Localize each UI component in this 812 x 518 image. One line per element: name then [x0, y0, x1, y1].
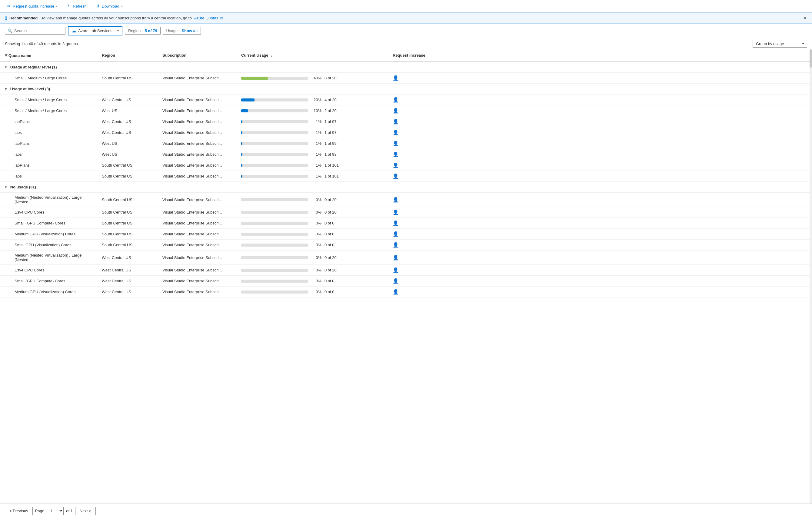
request-increase-icon[interactable]: 👤 [393, 152, 399, 157]
group-collapse-icon-0[interactable]: ▾ [5, 65, 7, 69]
quota-name-cell: labPlans [0, 138, 97, 149]
usage-cell: 20% 4 of 20 [236, 94, 388, 106]
group-collapse-icon-1[interactable]: ▾ [5, 87, 7, 91]
request-increase-icon[interactable]: 👤 [393, 130, 399, 135]
usage-filter-label: Usage : [166, 28, 180, 33]
region-cell: South Central US [97, 171, 157, 182]
request-increase-cell: 👤 [388, 207, 812, 218]
service-dropdown[interactable]: ☁ Azure Lab Services ▾ [68, 26, 122, 35]
progress-bar-bg [241, 280, 308, 283]
info-bar-close-button[interactable]: ✕ [803, 15, 807, 21]
scrollbar-thumb[interactable] [810, 49, 812, 67]
usage-cell: 1% 1 of 101 [236, 160, 388, 171]
region-filter-pill[interactable]: Region : 5 of 79 [125, 27, 161, 34]
search-icon: 🔍 [7, 28, 12, 33]
request-increase-icon[interactable]: 👤 [393, 221, 399, 226]
subscription-cell: Visual Studio Enterprise Subscri... [157, 251, 236, 265]
progress-bar-fill [241, 77, 268, 80]
content-area: ▾ Quota name Region Subscription Current… [0, 49, 812, 518]
usage-cell: 0% 0 of 0 [236, 218, 388, 229]
col-header-current-usage[interactable]: Current Usage ↓ [236, 49, 388, 61]
quota-name-cell: labs [0, 127, 97, 138]
table-row: Small GPU (Visualization) Cores South Ce… [0, 240, 812, 251]
progress-bar-fill [241, 153, 242, 156]
page-select[interactable]: 1 [47, 507, 64, 515]
request-increase-icon[interactable]: 👤 [393, 210, 399, 215]
request-increase-cell: 👤 [388, 94, 812, 106]
progress-count: 2 of 20 [324, 109, 343, 113]
region-cell: West Central US [97, 116, 157, 127]
progress-count: 0 of 20 [324, 268, 343, 272]
azure-quotas-link[interactable]: Azure Quotas. ⧉ [194, 16, 223, 21]
request-increase-icon[interactable]: 👤 [393, 231, 399, 237]
region-header-text: Region [102, 53, 115, 58]
usage-filter-pill[interactable]: Usage : Show all [163, 27, 201, 34]
request-increase-icon[interactable]: 👤 [393, 278, 399, 284]
previous-button[interactable]: < Previous [5, 507, 33, 515]
table-row: labs West US Visual Studio Enterprise Su… [0, 149, 812, 160]
progress-count: 8 of 20 [324, 76, 343, 80]
region-filter-value: 5 of 79 [145, 28, 157, 33]
request-quota-btn[interactable]: ✏ Request quota increase ▾ [5, 2, 60, 10]
collapse-all-icon[interactable]: ▾ [5, 53, 7, 58]
table-row: Small (GPU Compute) Cores West Central U… [0, 276, 812, 287]
group-by-label: Group by usage [756, 41, 784, 46]
progress-bar-fill [241, 131, 242, 134]
subscription-cell: Visual Studio Enterprise Subscri... [157, 160, 236, 171]
request-increase-icon[interactable]: 👤 [393, 242, 399, 248]
usage-cell: 1% 1 of 97 [236, 127, 388, 138]
request-increase-icon[interactable]: 👤 [393, 119, 399, 124]
table-row: labs South Central US Visual Studio Ente… [0, 171, 812, 182]
subscription-cell: Visual Studio Enterprise Subscri... [157, 116, 236, 127]
request-increase-icon[interactable]: 👤 [393, 108, 399, 113]
search-input[interactable] [14, 28, 57, 33]
group-label-1: Usage at low level (8) [10, 87, 50, 91]
request-increase-icon[interactable]: 👤 [393, 255, 399, 260]
scrollbar-track[interactable] [810, 49, 812, 503]
quota-name-cell: Small (GPU Compute) Cores [0, 276, 97, 287]
request-increase-icon[interactable]: 👤 [393, 289, 399, 294]
pencil-icon: ✏ [7, 4, 11, 8]
group-by-chevron-icon: ▾ [802, 42, 804, 46]
progress-count: 1 of 101 [324, 163, 343, 168]
group-collapse-icon-2[interactable]: ▾ [5, 185, 7, 189]
subscription-cell: Visual Studio Enterprise Subscri... [157, 287, 236, 297]
request-increase-header-text: Request Increase [393, 53, 426, 58]
table-row: labPlans West Central US Visual Studio E… [0, 116, 812, 127]
request-increase-cell: 👤 [388, 287, 812, 297]
col-header-quota-name: ▾ Quota name [0, 49, 97, 61]
usage-cell: 0% 0 of 0 [236, 287, 388, 297]
request-increase-icon[interactable]: 👤 [393, 97, 399, 103]
request-increase-cell: 👤 [388, 160, 812, 171]
table-container: ▾ Quota name Region Subscription Current… [0, 49, 812, 503]
toolbar: ✏ Request quota increase ▾ ↻ Refresh ⬇ D… [0, 0, 812, 12]
request-increase-icon[interactable]: 👤 [393, 76, 399, 81]
progress-count: 0 of 0 [324, 279, 343, 283]
service-dropdown-chevron-icon: ▾ [117, 29, 119, 32]
service-dropdown-label: Azure Lab Services [78, 28, 112, 33]
request-increase-icon[interactable]: 👤 [393, 197, 399, 202]
subscription-cell: Visual Studio Enterprise Subscri... [157, 265, 236, 276]
usage-filter-value: Show all [181, 28, 198, 33]
download-icon: ⬇ [96, 4, 100, 8]
next-button[interactable]: Next > [75, 507, 96, 515]
request-increase-icon[interactable]: 👤 [393, 174, 399, 179]
request-increase-cell: 👤 [388, 116, 812, 127]
progress-bar-bg [241, 164, 308, 167]
group-by-dropdown[interactable]: Group by usage ▾ [753, 40, 807, 48]
quota-name-cell: Small GPU (Visualization) Cores [0, 240, 97, 251]
request-increase-cell: 👤 [388, 218, 812, 229]
download-btn[interactable]: ⬇ Download ▾ [94, 2, 125, 10]
request-increase-cell: 👤 [388, 265, 812, 276]
refresh-btn[interactable]: ↻ Refresh [65, 2, 89, 10]
group-header-1: ▾ Usage at low level (8) [0, 84, 812, 94]
table-row: Medium (Nested Virtualization) / Large (… [0, 193, 812, 207]
progress-pct: 0% [311, 210, 321, 214]
region-cell: South Central US [97, 160, 157, 171]
request-increase-icon[interactable]: 👤 [393, 163, 399, 168]
request-increase-icon[interactable]: 👤 [393, 267, 399, 272]
records-bar: Showing 1 to 40 of 40 records in 3 group… [0, 38, 812, 49]
quota-name-header-text: Quota name [8, 53, 31, 58]
request-increase-icon[interactable]: 👤 [393, 141, 399, 146]
quota-name-cell: labPlans [0, 160, 97, 171]
